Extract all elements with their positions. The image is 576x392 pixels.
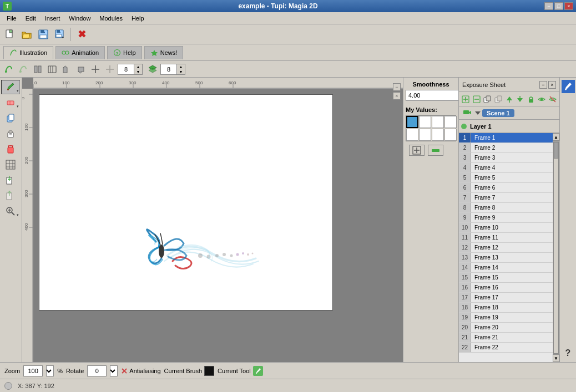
color-cell-1[interactable]: [419, 116, 431, 128]
sec-btn-3[interactable]: [31, 63, 44, 76]
menu-insert[interactable]: Insert: [41, 14, 65, 23]
frame-row[interactable]: 15Frame 15: [459, 273, 553, 283]
tab-illustration[interactable]: Illustration: [3, 46, 53, 59]
color-cell-4[interactable]: [406, 129, 418, 141]
scroll-up-btn[interactable]: ▲: [553, 133, 559, 141]
sec-btn-4[interactable]: [46, 63, 59, 76]
frame-row[interactable]: 18Frame 18: [459, 303, 553, 313]
frame-row[interactable]: 3Frame 3: [459, 153, 553, 163]
antialiasing-label[interactable]: Antialiasing: [121, 368, 160, 374]
spin1-down[interactable]: ▼: [134, 69, 142, 74]
color-cell-7[interactable]: [444, 129, 457, 141]
menu-help[interactable]: Help: [127, 14, 149, 23]
exp-down-btn[interactable]: [515, 94, 526, 105]
tab-help[interactable]: ? Help: [107, 46, 142, 59]
exp-paste-btn[interactable]: [493, 94, 504, 105]
maximize-button[interactable]: □: [554, 2, 563, 10]
frame-row[interactable]: 12Frame 12: [459, 243, 553, 253]
frame-row[interactable]: 10Frame 10: [459, 223, 553, 233]
frame-row[interactable]: 1Frame 1: [459, 133, 553, 143]
zoom-dropdown[interactable]: ▼ 25 50 75 100 150 200: [46, 365, 54, 376]
color-cell-2[interactable]: [432, 116, 444, 128]
frame-row[interactable]: 9Frame 9: [459, 213, 553, 223]
exp-remove-scene-btn[interactable]: [472, 94, 482, 105]
color-cell-5[interactable]: [419, 129, 431, 141]
frame-row[interactable]: 8Frame 8: [459, 203, 553, 213]
remove-swatch-btn[interactable]: [428, 145, 443, 156]
frame-row[interactable]: 7Frame 7: [459, 193, 553, 203]
frame-row[interactable]: 22Frame 22: [459, 343, 553, 353]
frame-row[interactable]: 21Frame 21: [459, 333, 553, 343]
canvas-content[interactable]: [33, 89, 403, 362]
frame-row[interactable]: 20Frame 20: [459, 323, 553, 333]
exp-lock-btn[interactable]: [526, 94, 536, 105]
sec-btn-5[interactable]: [60, 63, 73, 76]
zoom-input[interactable]: 100: [23, 365, 43, 376]
sec-btn-8[interactable]: [103, 63, 117, 76]
add-swatch-btn[interactable]: [409, 145, 425, 156]
spin2-down[interactable]: ▼: [177, 69, 185, 74]
canvas-minimize-btn[interactable]: −: [393, 83, 401, 91]
import-tool-btn[interactable]: [1, 189, 20, 203]
color-cell-3[interactable]: [444, 116, 457, 128]
sec-btn-7[interactable]: [89, 63, 102, 76]
canvas-wrapper[interactable]: 0 100 200 300 400 500 600: [22, 78, 403, 362]
spin1-up[interactable]: ▲: [134, 64, 142, 69]
copy-tool-btn[interactable]: [1, 111, 20, 125]
minimize-button[interactable]: −: [544, 2, 553, 10]
exp-close-btn[interactable]: ×: [548, 81, 556, 89]
main-canvas[interactable]: [39, 94, 333, 310]
menu-modules[interactable]: Modules: [95, 14, 127, 23]
tab-news[interactable]: News!: [144, 46, 184, 59]
exp-minimize-btn[interactable]: −: [539, 81, 547, 89]
paste-tool-btn[interactable]: [1, 126, 20, 141]
brush-mode-btn[interactable]: [562, 80, 575, 93]
frame-row[interactable]: 5Frame 5: [459, 173, 553, 183]
zoom-tool-btn[interactable]: ▾: [1, 204, 20, 218]
frame-row[interactable]: 4Frame 4: [459, 163, 553, 173]
window-controls[interactable]: − □ ×: [544, 2, 573, 10]
brush-tool-btn[interactable]: ▾: [1, 80, 20, 94]
rotate-dropdown[interactable]: ▼ 0 90 180 270: [110, 365, 118, 376]
frame-row[interactable]: 6Frame 6: [459, 183, 553, 193]
frame-row[interactable]: 11Frame 11: [459, 233, 553, 243]
eraser-tool-btn[interactable]: ▾: [1, 95, 20, 110]
scroll-down-btn[interactable]: ▼: [553, 354, 559, 362]
menu-edit[interactable]: Edit: [21, 14, 41, 23]
frame-row[interactable]: 16Frame 16: [459, 283, 553, 293]
sec-btn-1[interactable]: [2, 63, 16, 76]
sec-btn-6[interactable]: [74, 63, 88, 76]
spin2-input[interactable]: 8: [160, 64, 177, 75]
new-button[interactable]: [2, 27, 18, 42]
frame-row[interactable]: 14Frame 14: [459, 263, 553, 273]
frame-row[interactable]: 13Frame 13: [459, 253, 553, 263]
exp-visible-btn[interactable]: [537, 94, 547, 105]
exp-copy-btn[interactable]: [482, 94, 493, 105]
export-tool-btn[interactable]: [1, 173, 20, 187]
canvas-close-btn[interactable]: ×: [393, 92, 401, 100]
question-btn[interactable]: ?: [562, 347, 575, 360]
spin1-input[interactable]: 8: [118, 64, 134, 75]
layers-icon[interactable]: [146, 63, 159, 76]
save-button[interactable]: [36, 27, 51, 42]
grid-tool-btn[interactable]: [1, 157, 20, 172]
frames-scrollbar[interactable]: ▲ ▼: [553, 133, 559, 362]
frame-row[interactable]: 2Frame 2: [459, 143, 553, 153]
canvas-drawing-area[interactable]: [39, 94, 333, 310]
open-button[interactable]: [19, 27, 34, 42]
close-file-button[interactable]: ✖: [74, 27, 89, 42]
save-as-button[interactable]: +: [52, 27, 68, 42]
exp-up-btn[interactable]: [504, 94, 514, 105]
spin2-up[interactable]: ▲: [177, 64, 185, 69]
rotate-input[interactable]: 0: [87, 365, 107, 376]
frame-row[interactable]: 19Frame 19: [459, 313, 553, 323]
menu-window[interactable]: Window: [64, 14, 95, 23]
scroll-thumb[interactable]: [554, 142, 558, 159]
sec-btn-2[interactable]: [17, 63, 30, 76]
color-cell-0[interactable]: [406, 116, 418, 128]
exp-add-scene-btn[interactable]: [461, 94, 471, 105]
color-cell-6[interactable]: [432, 129, 444, 141]
frame-row[interactable]: 17Frame 17: [459, 293, 553, 303]
close-button[interactable]: ×: [564, 2, 573, 10]
menu-file[interactable]: File: [2, 14, 21, 23]
